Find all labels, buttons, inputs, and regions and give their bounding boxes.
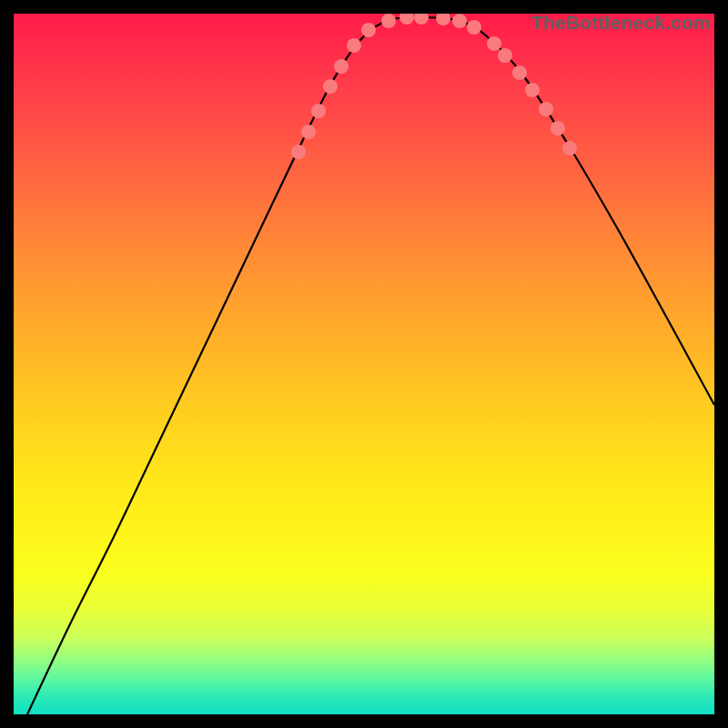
marker-dot [436,14,450,25]
marker-dot [551,121,565,136]
marker-dot [347,38,361,53]
marker-dot [301,125,316,139]
marker-dot [562,141,577,156]
marker-dot [361,23,376,37]
marker-dot [414,14,429,25]
marker-dot [334,59,349,74]
marker-dot [311,104,326,118]
marker-dot [467,20,481,35]
watermark-text: TheBottleneck.com [531,12,711,34]
marker-dot [498,48,512,63]
marker-dot [323,79,338,94]
marker-dot [487,36,501,51]
marker-dot [512,66,527,80]
chart-frame: TheBottleneck.com [14,14,714,714]
chart-svg [14,14,714,714]
marker-dot [539,102,553,116]
marker-dot [399,14,414,25]
marker-dot [291,145,306,159]
bottleneck-curve-path [27,16,714,714]
marker-dot [452,14,467,28]
highlight-markers [291,14,577,159]
marker-dot [381,14,396,28]
marker-dot [525,83,540,97]
